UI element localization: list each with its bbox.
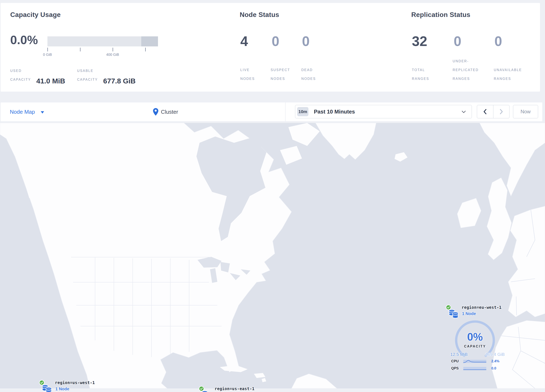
region-marker-us-east-1[interactable]: region=us-east-1 2 Nodes 0% CAPACITY 16.… — [199, 386, 261, 392]
used-capacity-label: USED CAPACITY — [10, 67, 31, 84]
capacity-bar: 0 GiB 400 GiB — [47, 36, 158, 46]
region-node-count: 1 Node — [55, 386, 69, 391]
dead-nodes-label: DEADNODES — [301, 66, 316, 83]
axis-tick — [113, 48, 113, 51]
suspect-nodes-label: SUSPECTNODES — [271, 66, 290, 83]
region-capacity-percent: 0% — [454, 331, 496, 342]
replication-status-section: Replication Status 32 0 0 TOTALRANGES UN… — [411, 3, 537, 92]
used-capacity-value: 41.0 MiB — [36, 77, 65, 85]
time-back-button[interactable] — [477, 105, 493, 118]
capacity-usage-title: Capacity Usage — [10, 11, 61, 19]
breadcrumb-label: Cluster — [161, 109, 178, 115]
qps-value: 0.0 — [491, 366, 496, 370]
region-marker-us-west-1[interactable]: region=us-west-1 1 Node 0% CAPACITY 12.2… — [39, 380, 102, 392]
region-capacity-caption: CAPACITY — [454, 345, 496, 348]
chevron-left-icon — [483, 109, 487, 115]
map-pin-icon — [153, 108, 158, 116]
region-name: region=us-east-1 — [215, 386, 254, 391]
axis-tick — [80, 48, 81, 51]
live-nodes-label: LIVENODES — [240, 66, 255, 83]
time-nav-buttons — [477, 105, 509, 118]
database-nodes-icon — [201, 390, 212, 392]
region-node-count: 1 Node — [462, 311, 476, 316]
replication-status-title: Replication Status — [411, 11, 471, 19]
cpu-sparkline — [463, 359, 486, 363]
capacity-percent: 0.0% — [10, 34, 38, 46]
chevron-right-icon — [499, 109, 503, 115]
usable-capacity-label: USABLE CAPACITY — [77, 67, 98, 84]
time-range-value: Past 10 Minutes — [314, 108, 355, 115]
dead-nodes-count: 0 — [302, 34, 310, 48]
now-button[interactable]: Now — [513, 105, 538, 118]
total-ranges-label: TOTALRANGES — [412, 66, 429, 83]
view-mode-selector[interactable]: Node Map — [10, 102, 44, 121]
cpu-label: CPU — [451, 359, 463, 363]
usable-capacity-stat: USABLE CAPACITY 677.8 GiB — [77, 67, 136, 84]
unavailable-ranges-count: 0 — [495, 34, 502, 48]
cluster-summary-panel: Capacity Usage 0.0% 0 GiB 400 GiB USED C… — [1, 3, 540, 92]
axis-tick — [47, 48, 48, 51]
region-marker-eu-west-1[interactable]: region=eu-west-1 1 Node 0% CAPACITY 12.5… — [446, 305, 508, 376]
breadcrumb[interactable]: Cluster — [153, 102, 178, 121]
chevron-down-icon — [462, 111, 466, 113]
node-map-page: Capacity Usage 0.0% 0 GiB 400 GiB USED C… — [0, 0, 545, 392]
map-toolbar: Node Map Cluster 10m Past 10 Minutes — [1, 102, 542, 121]
region-usable-capacity: 169.4 GiB — [485, 352, 505, 357]
database-nodes-icon — [448, 308, 459, 320]
time-range-badge: 10m — [297, 107, 309, 116]
under-replicated-ranges-count: 0 — [454, 34, 461, 48]
cpu-metric-row: CPU 2.4% — [451, 359, 499, 364]
unavailable-ranges-label: UNAVAILABLERANGES — [494, 66, 522, 83]
total-ranges-count: 32 — [412, 34, 427, 48]
capacity-usage-section: Capacity Usage 0.0% 0 GiB 400 GiB USED C… — [10, 3, 228, 92]
node-status-title: Node Status — [240, 11, 279, 19]
cpu-value: 2.4% — [491, 359, 499, 363]
qps-metric-row: QPS 0.0 — [451, 366, 496, 371]
node-status-section: Node Status 4 0 0 LIVENODES SUSPECTNODES… — [240, 3, 398, 92]
region-name: region=eu-west-1 — [462, 305, 502, 310]
node-map: region=us-west-1 1 Node 0% CAPACITY 12.2… — [0, 123, 545, 388]
time-forward-button[interactable] — [493, 105, 509, 118]
chevron-down-icon — [41, 111, 44, 113]
capacity-bar-nonusable-segment — [141, 36, 158, 46]
axis-tick — [145, 48, 146, 51]
region-name: region=us-west-1 — [55, 380, 95, 385]
axis-tick-label: 400 GiB — [100, 53, 125, 57]
qps-sparkline — [463, 367, 486, 370]
used-capacity-stat: USED CAPACITY 41.0 MiB — [10, 67, 65, 84]
time-range-dropdown[interactable]: 10m Past 10 Minutes — [295, 105, 472, 118]
toolbar-divider — [285, 102, 285, 121]
under-replicated-ranges-label: UNDER-REPLICATEDRANGES — [453, 57, 478, 83]
axis-tick-label: 0 GiB — [35, 53, 60, 57]
database-nodes-icon — [41, 384, 53, 392]
live-nodes-count: 4 — [240, 34, 248, 48]
qps-label: QPS — [451, 366, 463, 370]
view-mode-label: Node Map — [10, 109, 35, 115]
region-used-capacity: 12.5 MiB — [450, 352, 468, 357]
usable-capacity-value: 677.8 GiB — [103, 77, 136, 85]
suspect-nodes-count: 0 — [272, 34, 279, 48]
